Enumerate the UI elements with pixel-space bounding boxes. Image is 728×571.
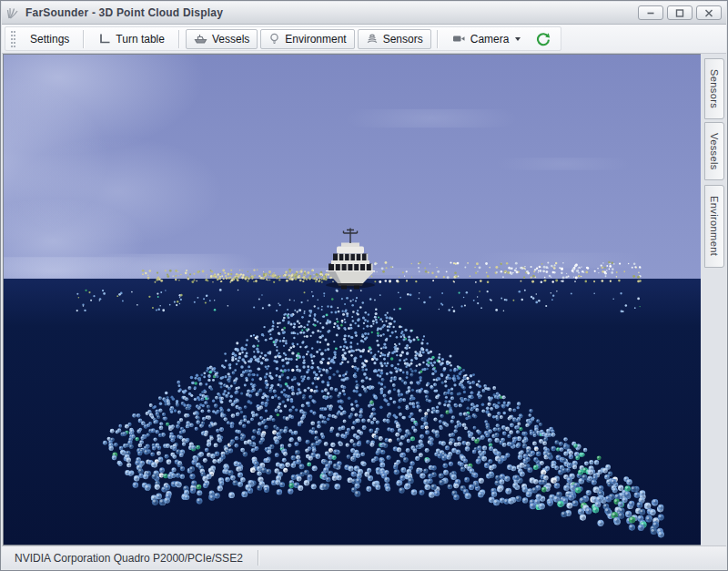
axis-icon xyxy=(98,33,111,45)
app-window: FarSounder - 3D Point Cloud Display Sett… xyxy=(0,0,728,571)
maximize-button[interactable] xyxy=(667,5,693,20)
refresh-icon xyxy=(536,32,551,46)
toolbar-grip[interactable] xyxy=(11,31,15,47)
tab-environment[interactable]: Environment xyxy=(704,185,724,268)
settings-button[interactable]: Settings xyxy=(22,29,77,49)
lightbulb-icon xyxy=(268,33,280,46)
app-icon xyxy=(6,6,20,20)
vessels-button[interactable]: Vessels xyxy=(186,29,258,49)
pointcloud-canvas[interactable] xyxy=(4,55,703,545)
camera-dropdown-button[interactable]: Camera xyxy=(444,29,530,49)
toolbar-separator xyxy=(437,30,439,48)
minimize-button[interactable] xyxy=(638,5,663,20)
gpu-status-text: NVIDIA Corporation Quadro P2000/PCIe/SSE… xyxy=(15,552,243,565)
close-button[interactable] xyxy=(696,5,722,20)
sensors-button[interactable]: Sensors xyxy=(358,29,431,49)
window-title: FarSounder - 3D Point Cloud Display xyxy=(25,6,223,19)
sonar-icon xyxy=(366,33,379,45)
side-tabstrip: Sensors Vessels Environment xyxy=(701,54,726,546)
toolbar-separator xyxy=(83,30,85,48)
refresh-button[interactable] xyxy=(531,30,555,48)
status-bar: NVIDIA Corporation Quadro P2000/PCIe/SSE… xyxy=(2,546,726,569)
environment-button[interactable]: Environment xyxy=(260,29,354,49)
ship-icon xyxy=(194,33,207,45)
tab-vessels[interactable]: Vessels xyxy=(704,122,724,180)
status-separator xyxy=(258,550,259,566)
chevron-down-icon xyxy=(515,37,521,41)
title-bar[interactable]: FarSounder - 3D Point Cloud Display xyxy=(2,2,726,25)
viewport-frame xyxy=(3,54,703,546)
toolbar-separator xyxy=(178,30,180,48)
toolbar: Settings Turn table xyxy=(2,25,726,54)
camera-icon xyxy=(452,34,466,44)
turn-table-button[interactable]: Turn table xyxy=(90,29,173,49)
tab-sensors[interactable]: Sensors xyxy=(704,58,724,119)
